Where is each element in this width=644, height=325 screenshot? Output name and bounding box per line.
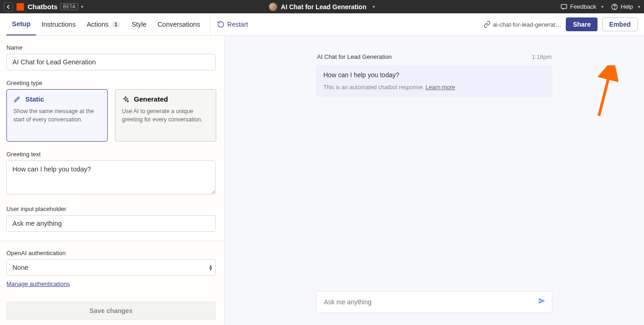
slug-text: ai-chat-for-lead-generat… [493,21,562,28]
svg-line-3 [599,69,611,116]
chat-input[interactable] [316,291,552,313]
divider [210,13,211,36]
annotation-arrow [591,65,618,120]
chevron-down-icon: ▾ [638,4,640,9]
tab-conversations[interactable]: Conversations [152,13,206,35]
zapier-logo [17,3,24,11]
actions-count-badge: 1 [111,21,121,28]
chevron-down-icon[interactable]: ▾ [81,4,83,9]
chevron-down-icon: ▾ [601,4,604,9]
tab-label: Style [132,21,146,28]
top-bar: Chatbots BETA ▾ AI Chat for Lead Generat… [0,0,644,13]
chevron-down-icon: ▾ [373,4,375,9]
tab-setup[interactable]: Setup [6,13,36,35]
help-menu[interactable]: Help ▾ [611,3,640,11]
chat-time: 1:18pm [532,53,552,60]
placeholder-field[interactable] [6,215,216,232]
greeting-text-field[interactable] [6,160,216,194]
help-label: Help [621,3,633,10]
tab-label: Instructions [41,21,75,28]
help-icon [611,3,618,11]
tab-actions[interactable]: Actions 1 [81,13,126,35]
tab-instructions[interactable]: Instructions [36,13,81,35]
greeting-text-label: Greeting text [6,151,218,158]
greeting-type-generated[interactable]: Generated Use AI to generate a unique gr… [115,89,216,142]
feedback-label: Feedback [570,3,596,10]
svg-rect-0 [561,4,567,8]
name-label: Name [6,44,218,51]
placeholder-label: User input placeholder [6,205,218,212]
card-title: Static [25,95,44,103]
openai-auth-select[interactable] [6,259,216,276]
page-title: AI Chat for Lead Generation [281,3,367,11]
restart-button[interactable]: Restart [213,21,252,28]
chat-disclaimer: This is an automated chatbot response. L… [323,84,545,91]
name-field[interactable] [6,54,216,70]
disclaimer-text: This is an automated chatbot response. [323,84,426,91]
avatar [269,3,277,11]
tab-label: Conversations [157,21,200,28]
svg-point-2 [615,8,615,8]
chat-bubble: How can I help you today? This is an aut… [316,65,552,97]
card-desc: Show the same message at the start of ev… [13,108,101,124]
greeting-type-static[interactable]: Static Show the same message at the star… [6,89,108,142]
page-title-wrap[interactable]: AI Chat for Lead Generation ▾ [269,3,375,11]
product-title: Chatbots [28,3,58,11]
setup-panel: Name Greeting type Static Show the same … [0,36,224,325]
send-icon[interactable] [538,297,546,308]
restart-icon [217,21,224,28]
tab-style[interactable]: Style [126,13,152,35]
restart-label: Restart [227,21,248,28]
chat-preview-panel: AI Chat for Lead Generation 1:18pm How c… [224,36,644,325]
card-desc: Use AI to generate a unique greeting for… [122,108,209,124]
share-button[interactable]: Share [566,17,598,31]
feedback-menu[interactable]: Feedback ▾ [560,3,604,11]
pencil-icon [13,96,21,103]
greeting-type-label: Greeting type [6,80,218,86]
chat-title: AI Chat for Lead Generation [317,53,392,60]
learn-more-link[interactable]: Learn more [426,84,455,91]
back-button[interactable] [4,2,13,11]
manage-auth-link[interactable]: Manage authentications [6,280,70,287]
link-icon [483,21,491,28]
chat-greeting: How can I help you today? [323,71,545,79]
sparkle-icon [122,96,129,103]
tab-label: Actions [86,21,109,28]
tab-label: Setup [12,20,30,28]
tab-bar: Setup Instructions Actions 1 Style Conve… [0,13,644,36]
embed-button[interactable]: Embed [602,17,638,31]
arrow-left-icon [5,3,12,11]
chat-icon [560,3,568,11]
card-title: Generated [134,95,168,103]
divider [0,241,224,241]
save-button[interactable]: Save changes [6,302,216,320]
bot-url-slug[interactable]: ai-chat-for-lead-generat… [483,21,562,28]
openai-label: OpenAI authentication [6,250,218,257]
beta-badge: BETA [60,3,78,10]
